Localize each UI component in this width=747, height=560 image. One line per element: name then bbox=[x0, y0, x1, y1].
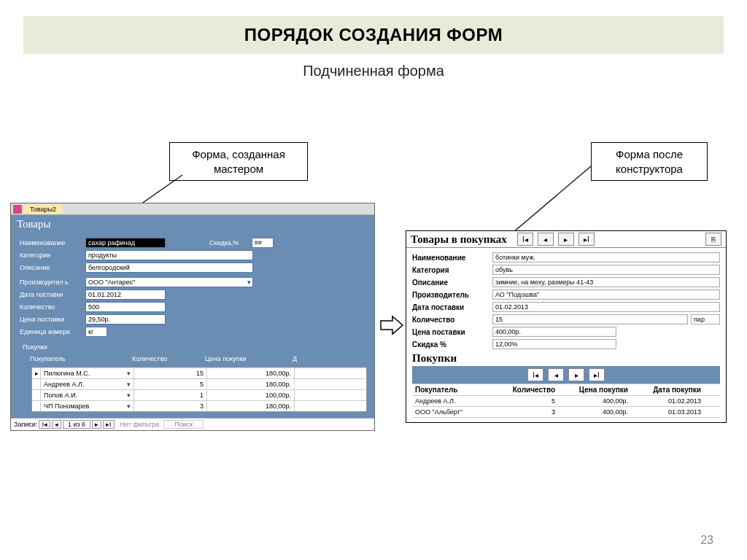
r-input-price[interactable]: 400,00р. bbox=[492, 327, 616, 337]
form-master: Товары2 Товары Наименование сахар рафина… bbox=[10, 203, 375, 431]
block-arrow-icon bbox=[379, 314, 404, 337]
col-d: Д bbox=[293, 355, 307, 362]
first-record-button[interactable]: І◂ bbox=[39, 420, 50, 429]
input-discount[interactable]: ## bbox=[252, 238, 274, 248]
label-desc: Описание bbox=[20, 264, 85, 271]
form-icon bbox=[13, 205, 22, 214]
col-buyer: Покупатель bbox=[30, 355, 132, 362]
left-subtable: ▸Пилюгина М.С.▾15180,00р. Андреев А.Л.▾5… bbox=[31, 367, 367, 412]
sub-prev-button[interactable]: ◂ bbox=[548, 368, 564, 381]
input-cat[interactable]: продукты bbox=[85, 250, 253, 260]
table-row[interactable]: Андреев А.Л.▾5180,00р. bbox=[32, 378, 366, 389]
input-desc[interactable]: белгородский bbox=[85, 262, 253, 273]
r-input-unit[interactable]: пар bbox=[691, 314, 720, 324]
right-sub-header: Покупки bbox=[412, 352, 720, 365]
input-price[interactable]: 29,50р. bbox=[85, 314, 166, 324]
r-input-maker[interactable]: АО "Подошва" bbox=[492, 289, 720, 300]
r-label-name: Наименование bbox=[412, 254, 492, 262]
label-unit: Единица измере bbox=[20, 328, 85, 335]
r-label-price: Цена поставки bbox=[412, 328, 492, 336]
r-label-cat: Категория bbox=[412, 266, 492, 274]
recnav-filter: Нет фильтра bbox=[120, 421, 160, 428]
r-input-name[interactable]: ботинки муж. bbox=[492, 252, 720, 262]
table-row[interactable]: Попов А.И.▾1100,00р. bbox=[32, 389, 366, 400]
next-record-button[interactable]: ▸ bbox=[92, 420, 101, 429]
table-row[interactable]: Андреев А.Л. 5 400,00р. 01.02.2013 bbox=[412, 396, 720, 407]
arrow-right bbox=[503, 166, 591, 241]
r-col-qty: Количество bbox=[500, 384, 558, 395]
last-record-button[interactable]: ▸І bbox=[103, 420, 115, 429]
right-header: Товары в покупках bbox=[411, 233, 507, 246]
label-discount: Скидка,% bbox=[209, 239, 252, 246]
last-button[interactable]: ▸І bbox=[578, 233, 595, 246]
label-name: Наименование bbox=[20, 239, 85, 246]
r-input-qty[interactable]: 15 bbox=[492, 314, 688, 324]
recnav-search[interactable]: Поиск bbox=[163, 420, 204, 429]
r-input-cat[interactable]: обувь bbox=[492, 265, 720, 275]
r-label-disc: Скидка % bbox=[412, 341, 492, 349]
callout-left: Форма, созданная мастером bbox=[169, 142, 308, 181]
page-number: 23 bbox=[700, 534, 713, 547]
r-col-date: Дата покупки bbox=[631, 384, 704, 395]
sub-next-button[interactable]: ▸ bbox=[568, 368, 584, 381]
input-name[interactable]: сахар рафинад bbox=[85, 238, 166, 248]
prev-record-button[interactable]: ◂ bbox=[52, 420, 61, 429]
callout-right: Форма после конструктора bbox=[591, 142, 708, 181]
record-navigator: Записи: І◂ ◂ 1 из 6 ▸ ▸І Нет фильтра Пои… bbox=[11, 418, 374, 430]
r-input-disc[interactable]: 12,00% bbox=[492, 339, 616, 349]
input-date[interactable]: 01.01.2012 bbox=[85, 289, 166, 300]
exit-button[interactable]: ⎘ bbox=[705, 233, 721, 246]
r-label-desc: Описание bbox=[412, 279, 492, 287]
r-label-date: Дата поставки bbox=[412, 303, 492, 311]
label-price: Цена поставки bbox=[20, 316, 85, 323]
r-label-qty: Количество bbox=[412, 316, 492, 324]
table-row[interactable]: ▸Пилюгина М.С.▾15180,00р. bbox=[32, 368, 366, 378]
input-qty[interactable]: 500 bbox=[85, 302, 166, 312]
form-designer: Товары в покупках І◂ ◂ ▸ ▸І ⎘ Наименован… bbox=[406, 230, 727, 423]
label-qty: Количество bbox=[20, 303, 85, 311]
label-maker: Производител ь bbox=[20, 279, 85, 286]
r-col-price: Цена покупки bbox=[558, 384, 631, 395]
r-input-date[interactable]: 01.02.2013 bbox=[492, 302, 720, 312]
sub-last-button[interactable]: ▸І bbox=[589, 368, 605, 381]
r-input-desc[interactable]: зимние, на меху, размеры 41-43 bbox=[492, 277, 720, 287]
slide-subtitle: Подчиненная форма bbox=[0, 63, 747, 79]
col-price: Цена покупки bbox=[205, 355, 293, 362]
table-row[interactable]: ООО "Альберт" 3 400,00р. 01.03.2013 bbox=[412, 407, 720, 418]
sub-first-button[interactable]: І◂ bbox=[527, 368, 543, 381]
input-unit[interactable]: кг bbox=[85, 327, 107, 337]
recnav-pos[interactable]: 1 из 6 bbox=[63, 420, 90, 429]
label-date: Дата поставки bbox=[20, 291, 85, 298]
input-maker[interactable]: ООО "Антарес"▾ bbox=[85, 277, 253, 287]
prev-button[interactable]: ◂ bbox=[538, 233, 554, 246]
table-row[interactable]: ЧП Пономарев▾3180,00р. bbox=[32, 400, 366, 411]
slide-title: ПОРЯДОК СОЗДАНИЯ ФОРМ bbox=[23, 16, 724, 54]
left-header: Товары bbox=[11, 215, 374, 233]
recnav-label: Записи: bbox=[14, 421, 37, 428]
tab-row: Товары2 bbox=[11, 203, 374, 215]
col-qty: Количество bbox=[132, 355, 205, 362]
next-button[interactable]: ▸ bbox=[558, 233, 574, 246]
tab-name[interactable]: Товары2 bbox=[24, 205, 62, 214]
sub-navigator: І◂ ◂ ▸ ▸І bbox=[412, 366, 720, 384]
first-button[interactable]: І◂ bbox=[517, 233, 533, 246]
r-label-maker: Производитель bbox=[412, 291, 492, 299]
r-col-buyer: Покупатель bbox=[412, 384, 500, 395]
left-sub-header: Покупки bbox=[11, 342, 374, 351]
label-cat: Категория bbox=[20, 252, 85, 259]
